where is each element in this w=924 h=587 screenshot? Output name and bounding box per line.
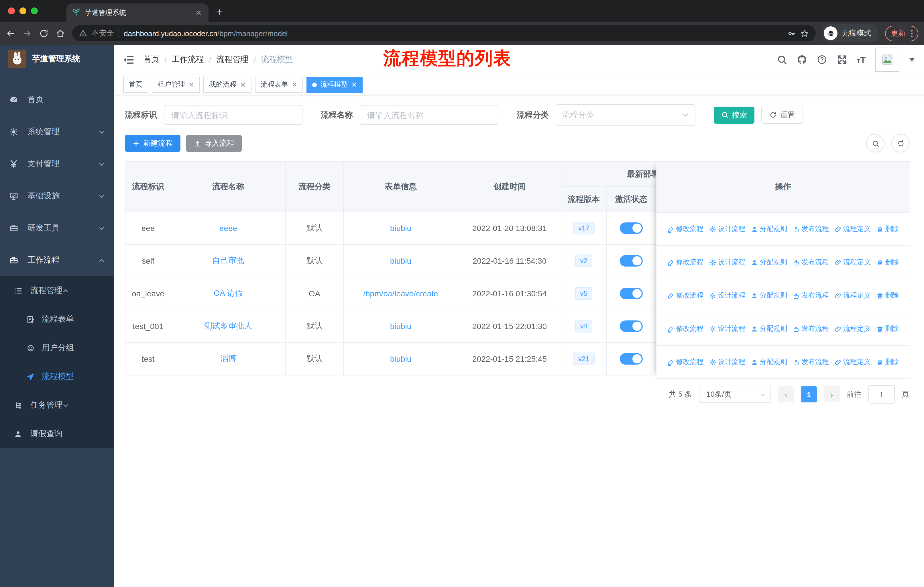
action-definition-link[interactable]: 流程定义 [835, 324, 871, 334]
breadcrumb-item[interactable]: 流程管理 [216, 55, 249, 65]
action-publish-link[interactable]: 发布流程 [793, 291, 829, 300]
new-tab-button[interactable]: + [216, 6, 223, 22]
tag-process-model[interactable]: 流程模型✕ [307, 76, 363, 93]
next-page-button[interactable]: › [824, 386, 840, 402]
create-process-button[interactable]: 新建流程 [125, 135, 180, 152]
breadcrumb-item[interactable]: 首页 [143, 55, 159, 65]
search-button[interactable]: 搜索 [714, 106, 754, 124]
browser-menu-icon[interactable] [911, 30, 912, 37]
status-toggle[interactable] [620, 353, 643, 365]
action-edit-link[interactable]: 修改流程 [667, 357, 703, 367]
tag-process-form[interactable]: 流程表单✕ [255, 76, 303, 93]
sidebar-item-payment[interactable]: 支付管理 [0, 148, 114, 180]
reload-icon[interactable] [39, 28, 49, 38]
tag-close-icon[interactable]: ✕ [188, 81, 194, 89]
hide-search-button[interactable] [866, 134, 884, 152]
refresh-table-button[interactable] [891, 134, 910, 152]
sidebar-item-user-group[interactable]: 用户分组 [0, 334, 114, 362]
process-name-link[interactable]: 测试多审批人 [204, 321, 252, 331]
process-id-input[interactable] [164, 105, 302, 125]
minimize-window-button[interactable] [20, 7, 26, 14]
sidebar-item-leave-query[interactable]: 请假查询 [0, 420, 114, 448]
action-definition-link[interactable]: 流程定义 [835, 357, 871, 367]
action-delete-link[interactable]: 删除 [876, 324, 899, 334]
browser-tab[interactable]: 芋道管理系统 ✕ [66, 3, 208, 22]
sidebar-item-process-model[interactable]: 流程模型 [0, 362, 114, 391]
font-size-icon[interactable]: TT [857, 55, 866, 64]
security-label[interactable]: 不安全 [92, 28, 114, 38]
action-edit-link[interactable]: 修改流程 [667, 257, 703, 267]
process-name-input[interactable] [360, 105, 498, 125]
tag-close-icon[interactable]: ✕ [240, 81, 246, 89]
action-publish-link[interactable]: 发布流程 [793, 324, 829, 334]
action-assign-link[interactable]: 分配规则 [751, 357, 787, 367]
form-link[interactable]: biubiu [390, 223, 412, 233]
fullscreen-icon[interactable] [837, 55, 847, 65]
key-icon[interactable] [787, 29, 796, 38]
action-design-link[interactable]: 设计流程 [709, 291, 745, 300]
sidebar-item-devtools[interactable]: 研发工具 [0, 212, 114, 244]
home-icon[interactable] [56, 28, 65, 38]
tab-close-icon[interactable]: ✕ [194, 8, 203, 17]
sidebar-item-process-form[interactable]: 流程表单 [0, 305, 114, 334]
breadcrumb-item[interactable]: 工作流程 [172, 55, 204, 65]
action-assign-link[interactable]: 分配规则 [751, 224, 787, 234]
action-edit-link[interactable]: 修改流程 [667, 291, 703, 300]
form-link[interactable]: biubiu [390, 256, 412, 265]
process-name-link[interactable]: OA 请假 [214, 288, 243, 299]
page-size-select[interactable]: 10条/页 [699, 386, 771, 403]
security-warning-icon[interactable] [79, 29, 87, 37]
action-delete-link[interactable]: 删除 [876, 357, 899, 367]
action-design-link[interactable]: 设计流程 [709, 257, 745, 267]
status-toggle[interactable] [620, 321, 643, 332]
action-publish-link[interactable]: 发布流程 [793, 257, 829, 267]
tag-home[interactable]: 首页 [123, 76, 148, 93]
form-link[interactable]: biubiu [390, 322, 412, 331]
action-design-link[interactable]: 设计流程 [709, 224, 745, 234]
action-definition-link[interactable]: 流程定义 [835, 291, 871, 300]
form-link[interactable]: biubiu [390, 354, 412, 364]
browser-update-button[interactable]: 更新 [885, 25, 918, 41]
app-logo[interactable]: 芋道管理系统 [0, 45, 114, 73]
form-link[interactable]: /bpm/oa/leave/create [363, 289, 438, 298]
close-window-button[interactable] [8, 7, 15, 14]
avatar-caret-icon[interactable] [909, 58, 915, 61]
import-process-button[interactable]: 导入流程 [186, 135, 242, 152]
tag-tenant[interactable]: 租户管理✕ [152, 76, 200, 93]
sidebar-item-process-management[interactable]: 流程管理 [0, 276, 114, 305]
action-assign-link[interactable]: 分配规则 [751, 291, 787, 300]
page-url[interactable]: dashboard.yudao.iocoder.cn/bpm/manager/m… [124, 29, 287, 38]
tag-close-icon[interactable]: ✕ [351, 81, 357, 89]
action-definition-link[interactable]: 流程定义 [835, 257, 871, 267]
action-definition-link[interactable]: 流程定义 [835, 224, 871, 234]
forward-icon[interactable] [22, 28, 32, 38]
prev-page-button[interactable]: ‹ [778, 386, 794, 402]
status-toggle[interactable] [620, 288, 643, 299]
sidebar-fold-icon[interactable] [123, 54, 134, 65]
sidebar-item-task-management[interactable]: 任务管理 [0, 391, 114, 420]
sidebar-item-infrastructure[interactable]: 基础设施 [0, 180, 114, 212]
action-edit-link[interactable]: 修改流程 [667, 324, 703, 334]
reset-button[interactable]: 重置 [761, 106, 803, 124]
avatar[interactable] [875, 48, 899, 72]
status-toggle[interactable] [620, 255, 643, 266]
action-delete-link[interactable]: 删除 [876, 224, 899, 234]
search-icon[interactable] [777, 55, 787, 65]
action-design-link[interactable]: 设计流程 [709, 357, 745, 367]
bookmark-star-icon[interactable] [800, 29, 809, 38]
action-assign-link[interactable]: 分配规则 [751, 324, 787, 334]
sidebar-item-system[interactable]: 系统管理 [0, 116, 114, 148]
help-icon[interactable] [817, 55, 827, 65]
action-assign-link[interactable]: 分配规则 [751, 257, 787, 267]
action-delete-link[interactable]: 删除 [876, 291, 899, 300]
tag-close-icon[interactable]: ✕ [292, 81, 297, 89]
action-edit-link[interactable]: 修改流程 [667, 224, 703, 234]
github-icon[interactable] [797, 55, 807, 65]
action-design-link[interactable]: 设计流程 [709, 324, 745, 334]
process-name-link[interactable]: 滔博 [220, 354, 236, 364]
back-icon[interactable] [6, 28, 15, 38]
sidebar-item-workflow[interactable]: 工作流程 [0, 244, 114, 276]
address-bar[interactable]: 不安全 dashboard.yudao.iocoder.cn/bpm/manag… [72, 25, 816, 41]
process-name-link[interactable]: eeee [219, 223, 237, 233]
action-publish-link[interactable]: 发布流程 [793, 224, 829, 234]
